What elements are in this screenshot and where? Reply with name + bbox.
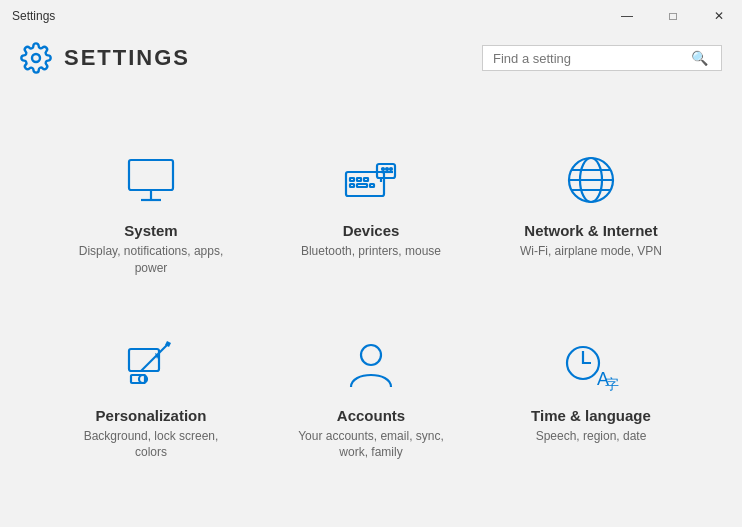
search-box[interactable]: 🔍	[482, 45, 722, 71]
devices-title: Devices	[343, 222, 400, 239]
header-left: SETTINGS	[20, 42, 190, 74]
svg-point-13	[382, 168, 384, 170]
accounts-title: Accounts	[337, 407, 405, 424]
title-bar: Settings — □ ✕	[0, 0, 742, 32]
time-title: Time & language	[531, 407, 651, 424]
system-icon	[121, 150, 181, 210]
app-header: SETTINGS 🔍	[0, 32, 742, 84]
close-button[interactable]: ✕	[696, 0, 742, 32]
settings-item-devices[interactable]: Devices Bluetooth, printers, mouse	[271, 126, 471, 301]
svg-text:字: 字	[605, 376, 619, 392]
devices-desc: Bluetooth, printers, mouse	[301, 243, 441, 260]
minimize-button[interactable]: —	[604, 0, 650, 32]
system-title: System	[124, 222, 177, 239]
svg-rect-11	[357, 184, 367, 187]
settings-window: Settings — □ ✕ SETTINGS 🔍	[0, 0, 742, 527]
time-icon: A 字	[561, 335, 621, 395]
svg-rect-12	[370, 184, 374, 187]
window-title: Settings	[12, 9, 55, 23]
svg-rect-8	[357, 178, 361, 181]
search-icon: 🔍	[691, 50, 708, 66]
svg-rect-9	[364, 178, 368, 181]
svg-rect-7	[350, 178, 354, 181]
gear-icon	[20, 42, 52, 74]
settings-item-accounts[interactable]: Accounts Your accounts, email, sync, wor…	[271, 311, 471, 486]
maximize-button[interactable]: □	[650, 0, 696, 32]
accounts-desc: Your accounts, email, sync, work, family	[287, 428, 455, 462]
time-desc: Speech, region, date	[536, 428, 647, 445]
settings-item-time[interactable]: A 字 Time & language Speech, region, date	[491, 311, 691, 486]
network-title: Network & Internet	[524, 222, 657, 239]
accounts-icon	[341, 335, 401, 395]
settings-item-system[interactable]: System Display, notifications, apps, pow…	[51, 126, 251, 301]
svg-rect-10	[350, 184, 354, 187]
search-input[interactable]	[493, 51, 683, 66]
main-content: System Display, notifications, apps, pow…	[0, 84, 742, 527]
settings-item-network[interactable]: Network & Internet Wi-Fi, airplane mode,…	[491, 126, 691, 301]
svg-point-15	[390, 168, 392, 170]
network-icon	[561, 150, 621, 210]
system-desc: Display, notifications, apps, power	[67, 243, 235, 277]
svg-point-14	[386, 168, 388, 170]
personalization-title: Personalization	[96, 407, 207, 424]
personalization-icon	[121, 335, 181, 395]
devices-icon	[341, 150, 401, 210]
svg-point-26	[361, 345, 381, 365]
settings-item-personalization[interactable]: Personalization Background, lock screen,…	[51, 311, 251, 486]
svg-point-0	[32, 54, 40, 62]
personalization-desc: Background, lock screen, colors	[67, 428, 235, 462]
settings-grid: System Display, notifications, apps, pow…	[51, 126, 691, 485]
network-desc: Wi-Fi, airplane mode, VPN	[520, 243, 662, 260]
app-title: SETTINGS	[64, 45, 190, 71]
svg-rect-1	[129, 160, 173, 190]
window-controls: — □ ✕	[604, 0, 742, 32]
